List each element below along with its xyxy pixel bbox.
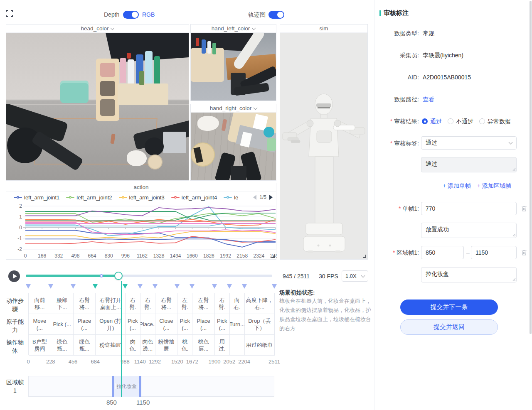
step-object-cell[interactable]: 桃色唇... xyxy=(192,335,215,356)
step-column[interactable]: 右臂.Pick (...用过. xyxy=(215,293,230,356)
step-action-cell[interactable]: 右臂将... xyxy=(155,293,178,314)
steps-table[interactable]: 向前移...Move (...B户型房间腰部下...Pick (...绿色瓶..… xyxy=(28,293,274,355)
step-atomic-cell[interactable]: Move (... xyxy=(29,314,51,335)
fullscreen-icon[interactable] xyxy=(6,10,13,17)
step-action-cell[interactable]: 右臂将... xyxy=(74,293,96,314)
step-column[interactable]: 向前移...Move (...B户型房间 xyxy=(29,293,51,356)
step-boundary-marker[interactable] xyxy=(242,284,247,289)
segment-left-grip[interactable] xyxy=(115,383,116,389)
legend-item[interactable]: left_arm_joint4 xyxy=(171,194,217,201)
step-object-cell[interactable]: 肉色透... xyxy=(140,335,155,356)
step-atomic-cell[interactable]: Pick (... xyxy=(126,314,140,335)
single-frame-input[interactable] xyxy=(421,202,517,215)
single-frame-dot-marker[interactable] xyxy=(100,274,103,277)
step-action-cell[interactable]: 左臂将... xyxy=(192,293,215,314)
hand-left-camera-header[interactable]: hand_left_color xyxy=(191,25,276,33)
step-object-cell[interactable]: 粉饼抽屉 xyxy=(155,335,178,356)
step-object-cell[interactable]: 绿色瓶... xyxy=(74,335,96,356)
step-atomic-cell[interactable]: Pick (... xyxy=(51,314,74,335)
trajectory-toggle[interactable] xyxy=(268,11,284,19)
step-action-cell[interactable]: 右臂. xyxy=(140,293,155,314)
step-atomic-cell[interactable]: Pick (... xyxy=(215,314,230,335)
sim-header[interactable]: sim xyxy=(280,25,367,33)
region-start-input[interactable] xyxy=(421,246,464,259)
radio-pass[interactable] xyxy=(422,118,428,124)
play-button[interactable] xyxy=(8,270,20,282)
legend-item[interactable]: left_arm_joint1 xyxy=(14,194,59,201)
step-action-cell[interactable]: 右臂. xyxy=(126,293,140,314)
step-object-cell[interactable] xyxy=(230,335,245,356)
hand-right-camera-image[interactable] xyxy=(191,113,276,180)
step-column[interactable]: 左臂.Pick (...桃色. xyxy=(177,293,192,356)
region-frame-note-textarea[interactable]: 拉化妆盒 xyxy=(421,267,517,282)
submit-next-button[interactable]: 提交并下一条 xyxy=(400,300,498,315)
single-frame-note-textarea[interactable]: 放置成功 xyxy=(421,223,517,238)
step-boundary-marker[interactable] xyxy=(138,284,143,289)
step-boundary-marker[interactable] xyxy=(153,284,158,289)
step-column[interactable]: 右臂.Place..肉色透... xyxy=(140,293,155,356)
step-atomic-cell[interactable]: Drop（丢下） xyxy=(245,314,275,335)
segment-right-grip[interactable] xyxy=(138,383,139,389)
step-action-cell[interactable]: 高度下降，右... xyxy=(245,293,275,314)
step-boundary-marker[interactable] xyxy=(175,284,180,289)
step-atomic-cell[interactable]: Place (... xyxy=(74,314,96,335)
legend-prev-icon[interactable] xyxy=(253,195,256,200)
add-region-frame-link[interactable]: + 添加区域帧 xyxy=(477,182,511,190)
radio-pass-label[interactable]: 通过 xyxy=(430,118,442,125)
step-atomic-cell[interactable]: Place (... xyxy=(192,314,215,335)
review-tag-note-textarea[interactable]: 通过 xyxy=(421,157,517,172)
legend-item[interactable]: le xyxy=(224,194,238,201)
step-atomic-cell[interactable]: Turn... xyxy=(230,314,245,335)
step-column[interactable]: 右臂将...Place (...绿色瓶... xyxy=(74,293,96,356)
hand-left-camera-image[interactable] xyxy=(191,33,276,101)
delete-single-frame-icon[interactable] xyxy=(521,205,527,212)
step-boundary-marker[interactable] xyxy=(272,284,277,289)
current-frame-cursor[interactable] xyxy=(121,281,122,397)
step-boundary-marker[interactable] xyxy=(93,284,98,289)
step-boundary-marker[interactable] xyxy=(26,284,31,289)
step-boundary-marker[interactable] xyxy=(227,284,232,289)
step-object-cell[interactable]: B户型房间 xyxy=(29,335,51,356)
radio-fail[interactable] xyxy=(448,118,453,124)
step-object-cell[interactable]: 用过. xyxy=(215,335,230,356)
region-frame-track[interactable]: 拉化妆盒 xyxy=(28,376,274,397)
joint-trajectory-chart[interactable]: 210-1-2 xyxy=(6,203,277,253)
legend-item[interactable]: left_arm_joint3 xyxy=(119,194,165,201)
legend-next-icon[interactable] xyxy=(269,195,273,200)
step-column[interactable]: 右臂将...Close (...粉饼抽屉 xyxy=(155,293,178,356)
step-column[interactable]: 腰部下...Pick (...绿色瓶... xyxy=(51,293,74,356)
step-column[interactable]: 左臂将...Place (...桃色唇... xyxy=(192,293,215,356)
data-path-view-link[interactable]: 查看 xyxy=(423,96,434,103)
step-boundary-marker[interactable] xyxy=(212,284,217,289)
step-column[interactable]: 向右.Turn... xyxy=(230,293,245,356)
step-boundary-marker[interactable] xyxy=(48,284,53,289)
resize-handle-icon[interactable] xyxy=(363,255,366,258)
step-action-cell[interactable]: 向右. xyxy=(230,293,245,314)
region-end-input[interactable] xyxy=(471,246,517,259)
step-atomic-cell[interactable]: Pick (... xyxy=(177,314,192,335)
step-atomic-cell[interactable]: Close (... xyxy=(155,314,178,335)
step-object-cell[interactable]: 肉色. xyxy=(126,335,140,356)
submit-return-button[interactable]: 提交并返回 xyxy=(400,319,498,335)
step-object-cell[interactable]: 用过的纸巾 xyxy=(245,335,275,356)
step-boundary-marker[interactable] xyxy=(190,284,195,289)
step-boundary-marker[interactable] xyxy=(123,284,128,289)
step-action-cell[interactable]: 左臂. xyxy=(177,293,192,314)
region-frame-segment[interactable]: 拉化妆盒 xyxy=(112,376,141,397)
step-action-cell[interactable]: 向前移... xyxy=(29,293,51,314)
hand-right-camera-header[interactable]: hand_right_color xyxy=(191,104,276,113)
page-scrollbar[interactable] xyxy=(530,1,532,334)
radio-abnormal-label[interactable]: 异常数据 xyxy=(488,118,511,125)
speed-select[interactable]: 1.0X xyxy=(342,270,368,282)
depth-rgb-toggle[interactable] xyxy=(123,11,139,19)
step-action-cell[interactable]: 右臂. xyxy=(215,293,230,314)
delete-region-frame-icon[interactable] xyxy=(521,249,527,256)
step-object-cell[interactable]: 绿色瓶... xyxy=(51,335,74,356)
step-atomic-cell[interactable]: Place.. xyxy=(140,314,155,335)
step-column[interactable]: 高度下降，右...Drop（丢下）用过的纸巾 xyxy=(245,293,275,356)
step-column[interactable]: 右臂.Pick (...肉色. xyxy=(126,293,140,356)
add-single-frame-link[interactable]: + 添加单帧 xyxy=(443,182,471,190)
resize-handle-icon[interactable] xyxy=(271,255,275,258)
sim-viewport[interactable] xyxy=(280,33,367,259)
review-tag-select[interactable]: 通过 xyxy=(421,136,517,150)
